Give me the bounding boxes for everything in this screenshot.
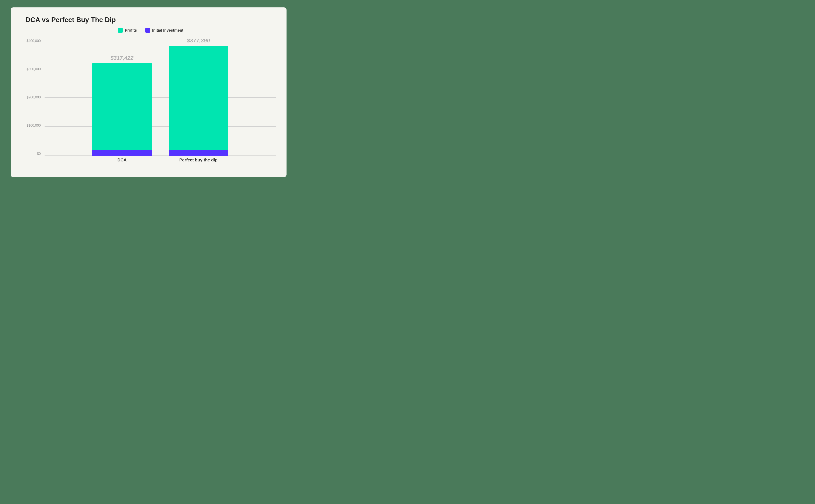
perfect-dip-bar-stack <box>169 46 228 156</box>
y-label-0: $0 <box>37 152 41 156</box>
dca-investment-segment <box>92 150 152 156</box>
dip-investment-segment <box>169 150 228 156</box>
dip-profit-segment <box>169 46 228 150</box>
y-label-300k: $300,000 <box>27 67 41 71</box>
bar-group-perfect-dip: $377,390 <box>169 37 228 156</box>
x-labels: DCA Perfect buy the dip <box>45 156 276 164</box>
chart-legend: Profits Initial Investment <box>25 28 276 33</box>
y-axis: $400,000 $300,000 $200,000 $100,000 $0 <box>25 39 45 164</box>
y-label-100k: $100,000 <box>27 124 41 127</box>
bars-wrapper: $317,422 $377,390 <box>45 39 276 156</box>
dca-bar-stack <box>92 63 152 156</box>
perfect-dip-value-label: $377,390 <box>187 37 210 44</box>
bar-group-dca: $317,422 <box>92 55 152 156</box>
chart-area: $400,000 $300,000 $200,000 $100,000 $0 $… <box>25 39 276 164</box>
y-label-200k: $200,000 <box>27 95 41 99</box>
investment-swatch <box>145 28 150 33</box>
investment-label: Initial Investment <box>152 28 183 33</box>
legend-item-profits: Profits <box>118 28 137 33</box>
x-label-dca: DCA <box>92 158 152 162</box>
y-label-400k: $400,000 <box>27 39 41 43</box>
x-label-perfect-dip: Perfect buy the dip <box>169 158 228 162</box>
chart-container: DCA vs Perfect Buy The Dip Profits Initi… <box>11 7 286 177</box>
profits-swatch <box>118 28 123 33</box>
legend-item-investment: Initial Investment <box>145 28 183 33</box>
dca-value-label: $317,422 <box>111 55 133 61</box>
plot-area: $317,422 $377,390 DCA Per <box>45 39 276 164</box>
dca-profit-segment <box>92 63 152 150</box>
profits-label: Profits <box>125 28 137 33</box>
chart-title: DCA vs Perfect Buy The Dip <box>25 16 276 24</box>
